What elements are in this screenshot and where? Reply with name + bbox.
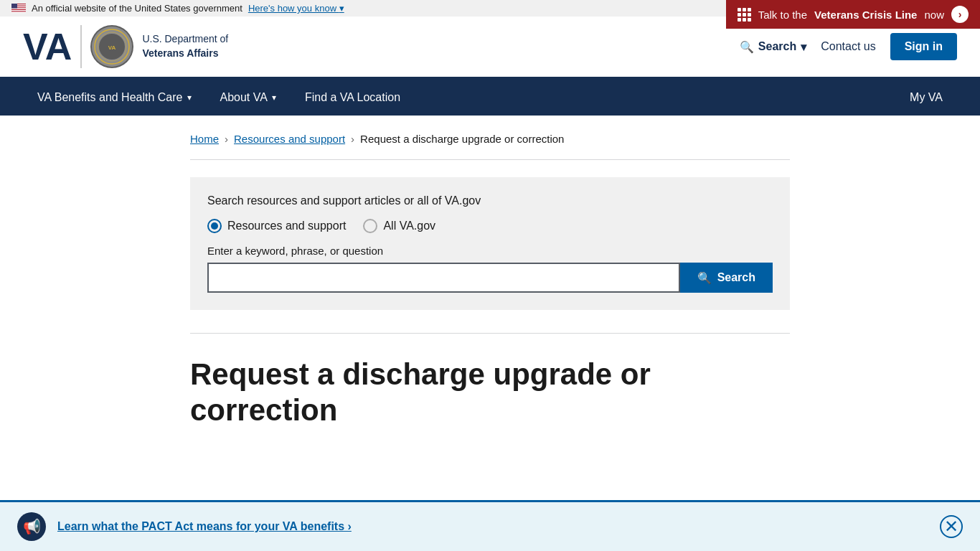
breadcrumb-separator-1: › [225, 133, 228, 145]
va-logo-letters: VA [23, 28, 72, 65]
chevron-down-icon: ▾ [187, 93, 192, 103]
logo-divider [80, 25, 82, 68]
breadcrumb-current: Request a discharge upgrade or correctio… [360, 133, 564, 145]
crisis-post-text: now [924, 9, 944, 21]
nav-find-location[interactable]: Find a VA Location [291, 80, 415, 116]
radio-resources-label: Resources and support [227, 220, 346, 232]
us-flag-icon [11, 4, 26, 13]
radio-vagov-unselected-icon [363, 219, 377, 233]
main-nav: VA Benefits and Health Care ▾ About VA ▾… [0, 80, 980, 116]
svg-rect-7 [11, 10, 26, 11]
breadcrumb-separator-2: › [351, 133, 354, 145]
search-input-label: Enter a keyword, phrase, or question [207, 245, 773, 257]
divider-middle [190, 333, 790, 334]
search-input[interactable] [207, 263, 680, 293]
crisis-pre-text: Talk to the [758, 9, 807, 21]
search-submit-icon: 🔍 [697, 271, 712, 285]
breadcrumb: Home › Resources and support › Request a… [190, 133, 790, 145]
how-to-know-link[interactable]: Here's how you know ▾ [248, 3, 344, 14]
svg-rect-5 [11, 9, 26, 9]
contact-us-link[interactable]: Contact us [821, 40, 875, 53]
search-box: Search resources and support articles or… [190, 177, 790, 310]
radio-resources-selected-icon [207, 219, 222, 233]
search-radio-group: Resources and support All VA.gov [207, 219, 773, 233]
nav-va-benefits[interactable]: VA Benefits and Health Care ▾ [23, 80, 206, 116]
search-submit-button[interactable]: 🔍 Search [680, 263, 773, 293]
nav-about-va[interactable]: About VA ▾ [206, 80, 291, 116]
chevron-down-icon: ▾ [272, 93, 276, 103]
nav-my-va[interactable]: My VA [895, 80, 957, 116]
breadcrumb-resources-link[interactable]: Resources and support [234, 133, 345, 145]
header-search-button[interactable]: 🔍 Search ▾ [740, 40, 806, 54]
search-input-row: 🔍 Search [207, 263, 773, 293]
header-actions: 🔍 Search ▾ Contact us Sign in [740, 33, 957, 60]
radio-vagov-label: All VA.gov [383, 220, 435, 232]
svg-rect-6 [11, 9, 26, 10]
dept-name: U.S. Department of Veterans Affairs [142, 32, 228, 60]
radio-resources-support[interactable]: Resources and support [207, 219, 346, 233]
search-chevron-icon: ▾ [801, 40, 806, 54]
search-icon: 🔍 [740, 40, 754, 54]
svg-text:VA: VA [108, 44, 116, 51]
breadcrumb-home-link[interactable]: Home [190, 133, 219, 145]
page-title: Request a discharge upgrade or correctio… [190, 357, 790, 429]
svg-rect-10 [11, 4, 17, 9]
svg-rect-8 [11, 11, 26, 11]
crisis-arrow-icon: › [951, 6, 969, 23]
main-content: Home › Resources and support › Request a… [167, 116, 813, 461]
svg-rect-9 [11, 12, 26, 13]
divider-top [190, 159, 790, 160]
sign-in-button[interactable]: Sign in [890, 33, 957, 60]
crisis-line-banner[interactable]: Talk to the Veterans Crisis Line now › [726, 0, 980, 29]
va-seal-icon: VA [90, 25, 133, 68]
crisis-grid-icon [738, 8, 751, 22]
crisis-bold-text: Veterans Crisis Line [814, 9, 917, 21]
search-box-title: Search resources and support articles or… [207, 194, 773, 207]
radio-all-vagov[interactable]: All VA.gov [363, 219, 435, 233]
gov-banner-text: An official website of the United States… [32, 3, 242, 14]
logo-area: VA VA U.S. Department of Veterans Affair… [23, 25, 228, 68]
